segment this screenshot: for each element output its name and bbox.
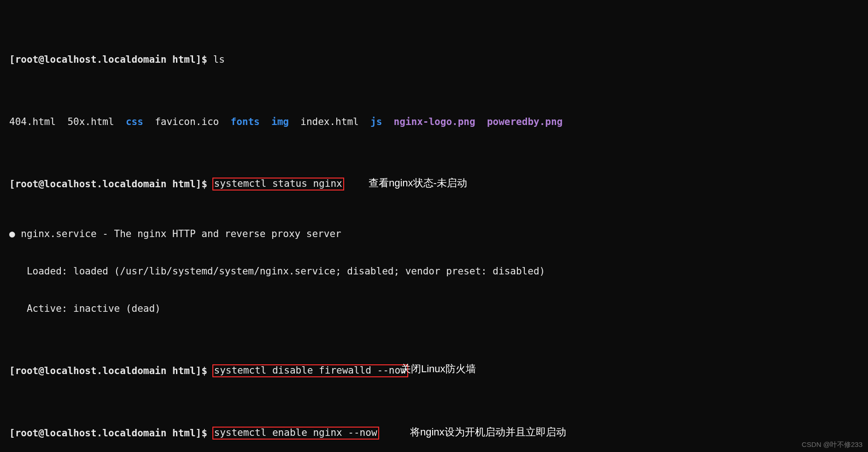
watermark-text: CSDN @叶不修233 bbox=[802, 440, 862, 449]
prompt-line: [root@localhost.localdomain html]$ syste… bbox=[9, 178, 859, 190]
service-loaded: Loaded: loaded (/usr/lib/systemd/system/… bbox=[9, 265, 859, 278]
ls-output: 404.html 50x.html css favicon.ico fonts … bbox=[9, 116, 859, 128]
shell-prompt: [root@localhost.localdomain html]$ bbox=[9, 178, 213, 190]
prompt-line: [root@localhost.localdomain html]$ syste… bbox=[9, 427, 859, 440]
annotation: 查看nginx状态-未启动 bbox=[369, 178, 467, 188]
image-file: nginx-logo.png bbox=[394, 116, 475, 127]
file: 404.html bbox=[9, 116, 56, 127]
service-active: Active: inactive (dead) bbox=[9, 303, 859, 315]
service-header: nginx.service - The nginx HTTP and rever… bbox=[9, 228, 859, 240]
image-file: poweredby.png bbox=[487, 116, 563, 127]
command-text: ls bbox=[213, 54, 225, 65]
highlighted-command: systemctl disable firewalld --now bbox=[212, 364, 408, 377]
command-text: systemctl disable firewalld --now bbox=[214, 365, 406, 376]
terminal-window[interactable]: [root@localhost.localdomain html]$ ls 40… bbox=[0, 0, 868, 452]
output-text: nginx.service - The nginx HTTP and rever… bbox=[15, 228, 341, 239]
file: favicon.ico bbox=[155, 116, 219, 127]
dir: fonts bbox=[231, 116, 260, 127]
shell-prompt: [root@localhost.localdomain html]$ bbox=[9, 54, 213, 65]
command-text: systemctl status nginx bbox=[214, 178, 342, 189]
status-bullet-icon bbox=[9, 228, 15, 239]
dir: js bbox=[370, 116, 382, 127]
highlighted-command: systemctl status nginx bbox=[212, 178, 344, 190]
shell-prompt: [root@localhost.localdomain html]$ bbox=[9, 365, 213, 376]
dir: img bbox=[271, 116, 289, 127]
annotation: 将nginx设为开机启动并且立即启动 bbox=[410, 427, 566, 437]
annotation: 关闭Linux防火墙 bbox=[401, 364, 476, 374]
file: index.html bbox=[300, 116, 358, 127]
dir: css bbox=[126, 116, 143, 127]
prompt-line: [root@localhost.localdomain html]$ ls bbox=[9, 54, 859, 66]
file: 50x.html bbox=[67, 116, 114, 127]
highlighted-command: systemctl enable nginx --now bbox=[212, 427, 379, 440]
command-text: systemctl enable nginx --now bbox=[214, 427, 377, 438]
prompt-line: [root@localhost.localdomain html]$ syste… bbox=[9, 365, 859, 377]
shell-prompt: [root@localhost.localdomain html]$ bbox=[9, 428, 213, 439]
